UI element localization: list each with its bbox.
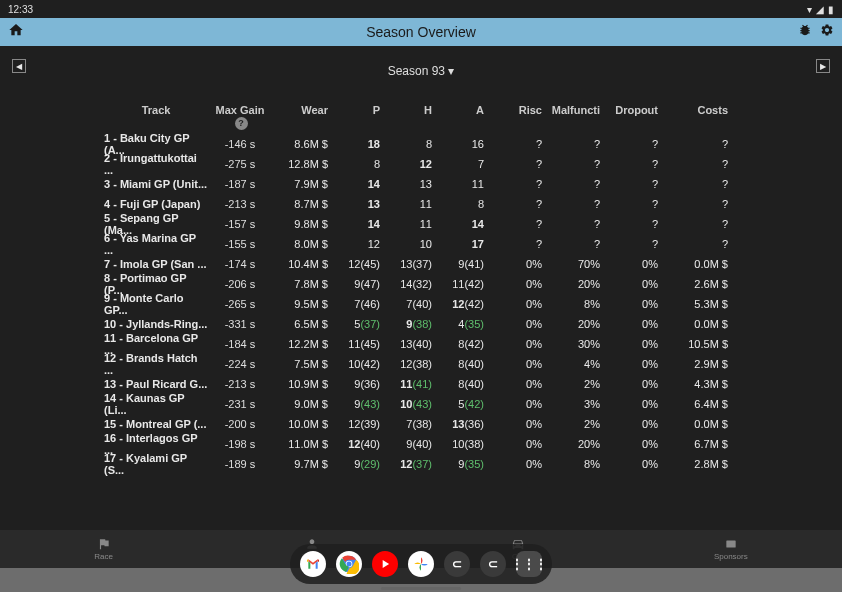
a-val: 8(42) [432,338,484,350]
a-val: 11(42) [432,278,484,290]
h-val: 12 [380,158,432,170]
risc: ? [484,158,542,170]
risc: ? [484,138,542,150]
app-icon-1[interactable]: ⊂ [444,551,470,577]
svg-point-3 [347,562,352,567]
table-row[interactable]: 17 - Kyalami GP (S...-189 s9.7M $9(29)12… [8,454,834,474]
page-title: Season Overview [366,24,476,40]
table-row[interactable]: 7 - Imola GP (San ...-174 s10.4M $12(45)… [8,254,834,274]
table-row[interactable]: 5 - Sepang GP (Ma...-157 s9.8M $141114??… [8,214,834,234]
col-maxgain: Max Gain ? [208,104,272,130]
max-gain: -213 s [208,198,272,210]
status-time: 12:33 [8,4,33,15]
wear: 8.0M $ [272,238,328,250]
costs: 4.3M $ [658,378,728,390]
dropout: 0% [600,398,658,410]
dropout: 0% [600,358,658,370]
table-row[interactable]: 8 - Portimao GP (P...-206 s7.8M $9(47)14… [8,274,834,294]
table-row[interactable]: 1 - Baku City GP (A...-146 s8.6M $18816?… [8,134,834,154]
table-row[interactable]: 15 - Montreal GP (...-200 s10.0M $12(39)… [8,414,834,434]
h-val: 7(38) [380,418,432,430]
wear: 8.7M $ [272,198,328,210]
nav-sponsors[interactable]: Sponsors [714,537,748,561]
track-name: 6 - Yas Marina GP ... [8,232,208,256]
table-row[interactable]: 2 - Irungattukottai ...-275 s12.8M $8127… [8,154,834,174]
wear: 9.8M $ [272,218,328,230]
app-dock: ⊂ ⊂ ⋮⋮⋮ [290,544,552,584]
col-h: H [380,104,432,130]
table-row[interactable]: 16 - Interlagos GP ...-198 s11.0M $12(40… [8,434,834,454]
table-row[interactable]: 12 - Brands Hatch ...-224 s7.5M $10(42)1… [8,354,834,374]
wifi-icon: ▾ [807,4,812,15]
table-row[interactable]: 9 - Monte Carlo GP...-265 s9.5M $7(46)7(… [8,294,834,314]
p-val: 12(45) [328,258,380,270]
table-row[interactable]: 3 - Miami GP (Unit...-187 s7.9M $141311?… [8,174,834,194]
app-drawer-icon[interactable]: ⋮⋮⋮ [516,551,542,577]
dropout: ? [600,198,658,210]
wear: 9.5M $ [272,298,328,310]
table-row[interactable]: 6 - Yas Marina GP ...-155 s8.0M $121017?… [8,234,834,254]
table-row[interactable]: 10 - Jyllands-Ring...-331 s6.5M $5(37)9(… [8,314,834,334]
costs: 0.0M $ [658,258,728,270]
dropout: 0% [600,258,658,270]
track-name: 9 - Monte Carlo GP... [8,292,208,316]
photos-icon[interactable] [408,551,434,577]
p-val: 12(39) [328,418,380,430]
risc: ? [484,178,542,190]
nav-race[interactable]: Race [94,537,113,561]
h-val: 13 [380,178,432,190]
p-val: 18 [328,138,380,150]
costs: ? [658,138,728,150]
help-icon[interactable]: ? [235,117,248,130]
nav-pill[interactable] [381,587,461,590]
dropout: 0% [600,438,658,450]
max-gain: -157 s [208,218,272,230]
max-gain: -224 s [208,358,272,370]
wear: 10.9M $ [272,378,328,390]
home-icon[interactable] [8,22,24,42]
gmail-icon[interactable] [300,551,326,577]
wear: 10.4M $ [272,258,328,270]
col-wear: Wear [272,104,328,130]
app-icon-2[interactable]: ⊂ [480,551,506,577]
settings-icon[interactable] [820,23,834,41]
bug-icon[interactable] [798,23,812,41]
track-name: 14 - Kaunas GP (Li... [8,392,208,416]
content-area: ◀ ▶ Season 93 ▾ Track Max Gain ? Wear P … [0,46,842,530]
p-val: 9(29) [328,458,380,470]
risc: 0% [484,438,542,450]
max-gain: -146 s [208,138,272,150]
wear: 11.0M $ [272,438,328,450]
wear: 6.5M $ [272,318,328,330]
next-season-button[interactable]: ▶ [816,59,830,73]
h-val: 11 [380,198,432,210]
max-gain: -213 s [208,378,272,390]
h-val: 7(40) [380,298,432,310]
h-val: 12(37) [380,458,432,470]
p-val: 12 [328,238,380,250]
youtube-icon[interactable] [372,551,398,577]
table-row[interactable]: 11 - Barcelona GP ...-184 s12.2M $11(45)… [8,334,834,354]
col-costs: Costs [658,104,728,130]
a-val: 16 [432,138,484,150]
a-val: 8 [432,198,484,210]
table-row[interactable]: 4 - Fuji GP (Japan)-213 s8.7M $13118???? [8,194,834,214]
prev-season-button[interactable]: ◀ [12,59,26,73]
costs: 2.9M $ [658,358,728,370]
table-row[interactable]: 14 - Kaunas GP (Li...-231 s9.0M $9(43)10… [8,394,834,414]
costs: 0.0M $ [658,418,728,430]
p-val: 11(45) [328,338,380,350]
season-selector[interactable]: Season 93 ▾ [388,64,455,78]
chrome-icon[interactable] [336,551,362,577]
malfunction: 8% [542,298,600,310]
malfunction: ? [542,198,600,210]
table-row[interactable]: 13 - Paul Ricard G...-213 s10.9M $9(36)1… [8,374,834,394]
wear: 12.2M $ [272,338,328,350]
h-val: 10 [380,238,432,250]
risc: 0% [484,378,542,390]
track-name: 12 - Brands Hatch ... [8,352,208,376]
season-table: Track Max Gain ? Wear P H A Risc Malfunc… [8,100,834,474]
max-gain: -275 s [208,158,272,170]
a-val: 9(35) [432,458,484,470]
malfunction: 20% [542,318,600,330]
